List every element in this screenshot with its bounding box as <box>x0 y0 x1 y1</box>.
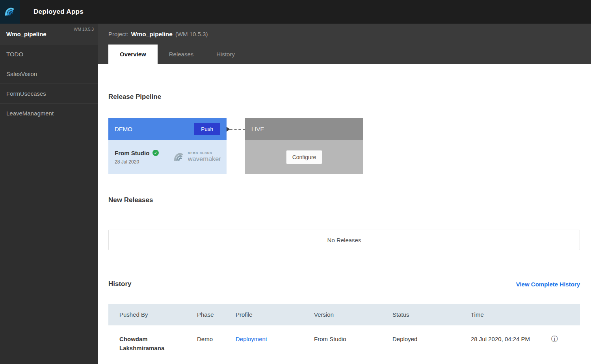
demo-cloud-logo-bottom-text: wavemaker <box>188 155 221 163</box>
demo-cloud-logo: DEMO CLOUD wavemaker <box>172 151 221 163</box>
page-title: Deployed Apps <box>33 8 84 16</box>
live-stage-name: LIVE <box>251 126 264 132</box>
success-check-icon: ✓ <box>152 150 159 156</box>
cell-phase: Demo <box>197 325 236 359</box>
project-header: Project: Wmo_pipeline (WM 10.5.3) <box>98 24 591 45</box>
history-section-header: History View Complete History <box>108 280 580 288</box>
info-icon[interactable]: ⓘ <box>551 335 558 343</box>
history-table-header-row: Pushed By Phase Profile Version Status T… <box>108 304 580 325</box>
wavemaker-logo-button[interactable] <box>0 0 20 24</box>
cell-status: Deployed <box>392 325 471 359</box>
sidebar-item-label: LeaveManagment <box>6 110 54 117</box>
project-version: (WM 10.5.3) <box>175 31 208 37</box>
configure-button[interactable]: Configure <box>286 150 323 164</box>
topbar: Deployed Apps <box>0 0 591 24</box>
demo-cloud-logo-top-text: DEMO CLOUD <box>188 151 221 155</box>
column-profile: Profile <box>236 304 314 325</box>
sidebar-item-leavemanagment[interactable]: LeaveManagment <box>0 104 98 123</box>
history-table: Pushed By Phase Profile Version Status T… <box>108 304 580 359</box>
sidebar-item-version-badge: WM 10.5.3 <box>74 27 94 32</box>
sidebar-item-wmo-pipeline[interactable]: WM 10.5.3 Wmo_pipeline <box>0 24 98 45</box>
column-pushed-by: Pushed By <box>108 304 197 325</box>
tab-history[interactable]: History <box>205 45 246 64</box>
wavemaker-wave-icon <box>4 6 16 18</box>
column-time: Time <box>471 304 538 325</box>
history-heading: History <box>108 280 132 288</box>
column-actions <box>538 304 580 325</box>
sidebar-item-label: TODO <box>6 51 23 58</box>
new-releases-heading: New Releases <box>108 196 580 204</box>
release-pipeline: DEMO Push From Studio ✓ 28 Jul 2020 <box>108 118 580 174</box>
cell-version: From Studio <box>314 325 392 359</box>
demo-stage-body: From Studio ✓ 28 Jul 2020 <box>108 140 227 174</box>
sidebar-item-todo[interactable]: TODO <box>0 45 98 64</box>
sidebar-item-formusecases[interactable]: FormUsecases <box>0 84 98 104</box>
demo-source-label: From Studio <box>115 150 149 156</box>
arrow-right-icon <box>227 127 230 132</box>
deployment-profile-link[interactable]: Deployment <box>236 336 267 342</box>
tab-overview[interactable]: Overview <box>108 45 158 64</box>
wavemaker-wave-icon-gray <box>172 151 186 163</box>
table-row: Chowdam Lakshmiramana Demo Deployment Fr… <box>108 325 580 359</box>
live-stage-card: LIVE Configure <box>245 118 363 174</box>
view-complete-history-link[interactable]: View Complete History <box>516 281 580 288</box>
cell-pushed-by: Chowdam Lakshmiramana <box>108 325 197 359</box>
demo-stage-header: DEMO Push <box>108 118 227 140</box>
tab-releases[interactable]: Releases <box>158 45 205 64</box>
release-pipeline-heading: Release Pipeline <box>108 93 580 101</box>
no-releases-text: No Releases <box>327 237 361 243</box>
main-panel: Project: Wmo_pipeline (WM 10.5.3) Overvi… <box>98 24 591 364</box>
dashed-connector-line <box>230 129 245 130</box>
sidebar-item-label: SalesVision <box>6 71 37 77</box>
live-stage-header: LIVE <box>245 118 363 140</box>
cell-time: 28 Jul 2020, 04:24 PM <box>471 325 538 359</box>
sidebar-item-label: FormUsecases <box>6 90 46 97</box>
column-status: Status <box>392 304 471 325</box>
overview-content: Release Pipeline DEMO Push From Studio ✓ <box>98 64 591 364</box>
sidebar-item-salesvision[interactable]: SalesVision <box>0 64 98 84</box>
demo-stage-card: DEMO Push From Studio ✓ 28 Jul 2020 <box>108 118 227 174</box>
sidebar-item-label: Wmo_pipeline <box>6 31 46 37</box>
live-stage-body: Configure <box>245 140 363 174</box>
tab-bar: Overview Releases History <box>98 45 591 64</box>
demo-deploy-date: 28 Jul 2020 <box>115 159 159 165</box>
project-label: Project: <box>108 31 128 37</box>
sidebar: WM 10.5.3 Wmo_pipeline TODO SalesVision … <box>0 24 98 364</box>
demo-stage-name: DEMO <box>115 126 132 132</box>
no-releases-box: No Releases <box>108 230 580 250</box>
column-version: Version <box>314 304 392 325</box>
project-name: Wmo_pipeline <box>131 31 173 38</box>
pipeline-connector <box>227 118 245 140</box>
push-button[interactable]: Push <box>194 123 220 135</box>
column-phase: Phase <box>197 304 236 325</box>
app-root: Deployed Apps WM 10.5.3 Wmo_pipeline TOD… <box>0 0 591 364</box>
